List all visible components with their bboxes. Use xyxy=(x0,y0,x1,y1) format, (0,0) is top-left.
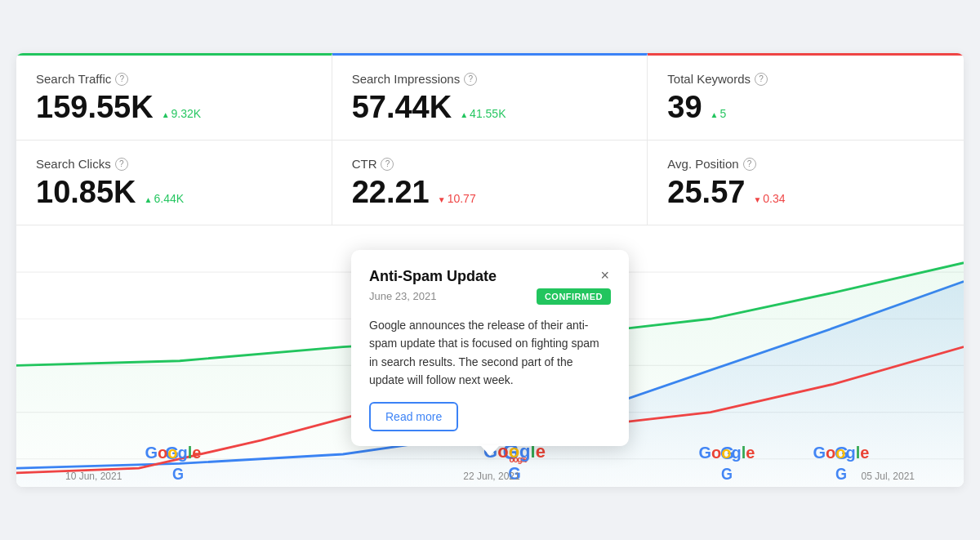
help-icon-ctr[interactable]: ? xyxy=(381,158,394,171)
chart-area: G G G G G Google G G xyxy=(16,225,964,487)
x-label-1: 10 Jun, 2021 xyxy=(65,471,122,482)
metric-delta-ctr: 10.77 xyxy=(438,193,476,205)
metric-label-search-traffic: Search Traffic ? xyxy=(36,72,312,86)
metric-number-ctr: 22.21 xyxy=(352,176,430,210)
metric-card-avg-position: Avg. Position ? 25.57 0.34 xyxy=(648,141,964,225)
delta-arrow-search-impressions xyxy=(460,108,468,120)
metric-label-total-keywords: Total Keywords ? xyxy=(667,72,944,86)
metric-delta-search-impressions: 41.55K xyxy=(460,108,506,120)
delta-arrow-avg-position xyxy=(753,193,761,205)
metric-delta-total-keywords: 5 xyxy=(710,108,727,120)
help-icon-total-keywords[interactable]: ? xyxy=(755,73,768,86)
metric-number-total-keywords: 39 xyxy=(667,91,702,125)
x-label-2: 22 Jun, 2021 xyxy=(463,471,519,482)
metrics-row-1: Search Traffic ? 159.55K 9.32K Search Im… xyxy=(16,53,964,141)
popup-body: Google announces the release of their an… xyxy=(369,316,611,390)
metric-label-search-impressions: Search Impressions ? xyxy=(352,72,628,86)
google-icon-1: Google xyxy=(145,444,202,461)
metric-card-total-keywords: Total Keywords ? 39 5 xyxy=(648,53,964,140)
metric-value-total-keywords: 39 5 xyxy=(667,91,944,125)
help-icon-search-traffic[interactable]: ? xyxy=(115,73,128,86)
metric-value-avg-position: 25.57 0.34 xyxy=(667,176,944,210)
metric-card-search-clicks: Search Clicks ? 10.85K 6.44K xyxy=(16,141,332,225)
read-more-button[interactable]: Read more xyxy=(369,402,458,431)
dashboard: Search Traffic ? 159.55K 9.32K Search Im… xyxy=(16,53,964,487)
metric-number-search-traffic: 159.55K xyxy=(36,91,154,125)
google-icon-4: Google xyxy=(813,444,870,461)
delta-arrow-total-keywords xyxy=(710,108,719,120)
popup-title: Anti-Spam Update xyxy=(369,268,497,285)
metrics-row-2: Search Clicks ? 10.85K 6.44K CTR ? 22.21 xyxy=(16,141,964,225)
popup-confirmed-badge: CONFIRMED xyxy=(537,288,611,305)
metric-number-avg-position: 25.57 xyxy=(667,176,745,210)
metric-number-search-impressions: 57.44K xyxy=(352,91,452,125)
delta-arrow-search-traffic xyxy=(162,108,170,120)
metric-delta-search-clicks: 6.44K xyxy=(145,193,185,205)
delta-arrow-ctr xyxy=(438,193,446,205)
help-icon-avg-position[interactable]: ? xyxy=(743,158,756,171)
metric-value-search-traffic: 159.55K 9.32K xyxy=(36,91,312,125)
metric-value-ctr: 22.21 10.77 xyxy=(352,176,628,210)
metric-value-search-impressions: 57.44K 41.55K xyxy=(352,91,628,125)
metric-value-search-clicks: 10.85K 6.44K xyxy=(36,176,312,210)
popup-close-button[interactable]: × xyxy=(599,268,611,283)
metric-number-search-clicks: 10.85K xyxy=(36,176,136,210)
google-icon-3: Google xyxy=(699,444,755,461)
metric-card-ctr: CTR ? 22.21 10.77 xyxy=(332,141,648,225)
popup: Anti-Spam Update × June 23, 2021 CONFIRM… xyxy=(351,250,629,447)
metric-card-search-impressions: Search Impressions ? 57.44K 41.55K xyxy=(332,53,648,140)
metric-delta-search-traffic: 9.32K xyxy=(162,108,202,120)
metric-delta-avg-position: 0.34 xyxy=(753,193,785,205)
metric-label-ctr: CTR ? xyxy=(352,157,628,171)
metric-label-avg-position: Avg. Position ? xyxy=(667,157,944,171)
popup-date: June 23, 2021 xyxy=(369,290,436,302)
delta-arrow-search-clicks xyxy=(145,193,153,205)
metric-label-search-clicks: Search Clicks ? xyxy=(36,157,312,171)
metric-card-search-traffic: Search Traffic ? 159.55K 9.32K xyxy=(16,53,332,140)
help-icon-search-impressions[interactable]: ? xyxy=(464,73,477,86)
help-icon-search-clicks[interactable]: ? xyxy=(115,158,128,171)
x-label-3: 05 Jul, 2021 xyxy=(862,471,915,482)
